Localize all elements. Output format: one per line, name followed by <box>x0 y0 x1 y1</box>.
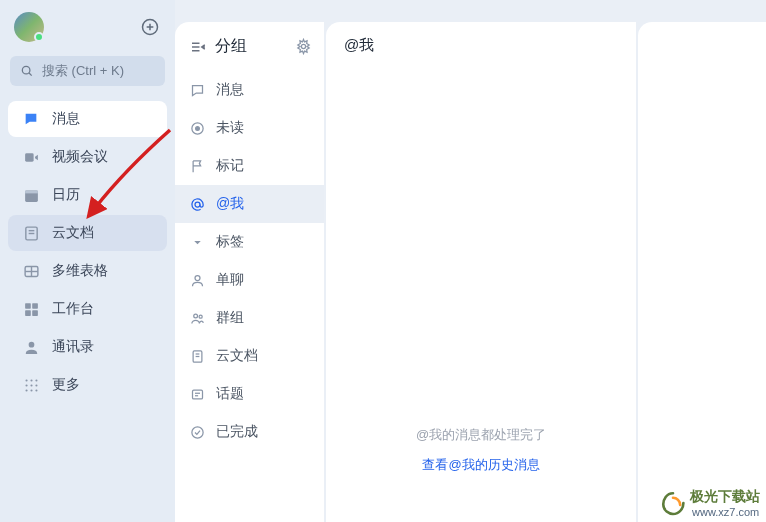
contacts-icon <box>22 338 40 356</box>
group-item-unread[interactable]: 未读 <box>175 109 324 147</box>
svg-point-24 <box>35 384 37 386</box>
messages-icon <box>22 110 40 128</box>
nav-label: 消息 <box>52 110 80 128</box>
group-label: 云文档 <box>216 347 258 365</box>
flag-icon <box>189 158 205 174</box>
group-label: @我 <box>216 195 244 213</box>
group-item-docs[interactable]: 云文档 <box>175 337 324 375</box>
history-link[interactable]: 查看@我的历史消息 <box>422 456 539 474</box>
group-item-topic[interactable]: 话题 <box>175 375 324 413</box>
nav-label: 云文档 <box>52 224 94 242</box>
groups-title: 分组 <box>215 36 247 57</box>
sheets-icon <box>22 262 40 280</box>
svg-rect-14 <box>25 303 31 309</box>
group-label: 标签 <box>216 233 244 251</box>
svg-point-25 <box>25 389 27 391</box>
svg-rect-7 <box>25 190 38 193</box>
right-panel <box>638 22 766 522</box>
more-icon <box>22 376 40 394</box>
chat-icon <box>189 82 205 98</box>
plus-circle-icon <box>140 17 160 37</box>
empty-state-text: @我的消息都处理完了 <box>416 426 546 444</box>
grid-icon <box>22 300 40 318</box>
group-item-single[interactable]: 单聊 <box>175 261 324 299</box>
watermark-url: www.xz7.com <box>692 506 760 518</box>
nav-label: 视频会议 <box>52 148 108 166</box>
svg-rect-5 <box>25 153 34 162</box>
svg-rect-41 <box>192 390 202 399</box>
svg-point-21 <box>35 379 37 381</box>
nav-label: 日历 <box>52 186 80 204</box>
svg-point-33 <box>195 126 199 130</box>
unread-icon <box>189 120 205 136</box>
search-icon <box>20 64 34 78</box>
nav-item-workspace[interactable]: 工作台 <box>8 291 167 327</box>
chevron-down-icon <box>189 234 205 250</box>
content-panel: @我 @我的消息都处理完了 查看@我的历史消息 <box>326 22 636 522</box>
watermark-title: 极光下载站 <box>690 488 760 506</box>
svg-point-35 <box>195 275 200 280</box>
group-item-tags[interactable]: 标签 <box>175 223 324 261</box>
svg-rect-16 <box>25 310 31 316</box>
nav-list: 消息 视频会议 日历 云文档 多维表格 <box>0 100 175 404</box>
group-label: 已完成 <box>216 423 258 441</box>
nav-item-contacts[interactable]: 通讯录 <box>8 329 167 365</box>
group-item-group[interactable]: 群组 <box>175 299 324 337</box>
groups-header: 分组 <box>175 22 324 71</box>
collapse-icon[interactable] <box>189 38 207 56</box>
svg-point-27 <box>35 389 37 391</box>
nav-label: 工作台 <box>52 300 94 318</box>
watermark-logo-icon <box>660 490 686 516</box>
svg-point-20 <box>30 379 32 381</box>
svg-rect-17 <box>32 310 38 316</box>
watermark: 极光下载站 www.xz7.com <box>660 488 760 518</box>
svg-point-19 <box>25 379 27 381</box>
search-placeholder: 搜索 (Ctrl + K) <box>42 62 124 80</box>
svg-point-22 <box>25 384 27 386</box>
people-icon <box>189 310 205 326</box>
add-button[interactable] <box>139 16 161 38</box>
person-icon <box>189 272 205 288</box>
svg-point-26 <box>30 389 32 391</box>
svg-point-18 <box>28 341 34 347</box>
groups-panel: 分组 消息 未读 标记 @我 标签 单聊 群组 <box>175 22 324 522</box>
group-list: 消息 未读 标记 @我 标签 单聊 群组 云文档 <box>175 71 324 451</box>
nav-item-messages[interactable]: 消息 <box>8 101 167 137</box>
group-item-done[interactable]: 已完成 <box>175 413 324 451</box>
nav-item-sheets[interactable]: 多维表格 <box>8 253 167 289</box>
svg-point-37 <box>199 315 202 318</box>
group-label: 群组 <box>216 309 244 327</box>
svg-line-4 <box>29 73 32 76</box>
settings-icon[interactable] <box>295 38 312 55</box>
topic-icon <box>189 386 205 402</box>
group-label: 话题 <box>216 385 244 403</box>
nav-item-video[interactable]: 视频会议 <box>8 139 167 175</box>
avatar[interactable] <box>14 12 44 42</box>
svg-point-44 <box>191 426 202 437</box>
nav-item-calendar[interactable]: 日历 <box>8 177 167 213</box>
search-input[interactable]: 搜索 (Ctrl + K) <box>10 56 165 86</box>
nav-item-more[interactable]: 更多 <box>8 367 167 403</box>
left-sidebar: 搜索 (Ctrl + K) 消息 视频会议 日历 云文档 <box>0 0 175 522</box>
nav-label: 通讯录 <box>52 338 94 356</box>
nav-item-docs[interactable]: 云文档 <box>8 215 167 251</box>
check-icon <box>189 424 205 440</box>
group-item-flag[interactable]: 标记 <box>175 147 324 185</box>
status-indicator <box>34 32 44 42</box>
svg-rect-15 <box>32 303 38 309</box>
svg-point-34 <box>195 202 200 207</box>
at-icon <box>189 196 205 212</box>
calendar-icon <box>22 186 40 204</box>
nav-label: 多维表格 <box>52 262 108 280</box>
nav-label: 更多 <box>52 376 80 394</box>
group-label: 消息 <box>216 81 244 99</box>
svg-point-36 <box>193 314 197 318</box>
content-title: @我 <box>326 22 636 69</box>
svg-point-23 <box>30 384 32 386</box>
group-item-mention[interactable]: @我 <box>175 185 324 223</box>
svg-point-31 <box>301 44 305 48</box>
group-item-messages[interactable]: 消息 <box>175 71 324 109</box>
group-label: 标记 <box>216 157 244 175</box>
group-label: 未读 <box>216 119 244 137</box>
sidebar-top-bar <box>0 12 175 56</box>
